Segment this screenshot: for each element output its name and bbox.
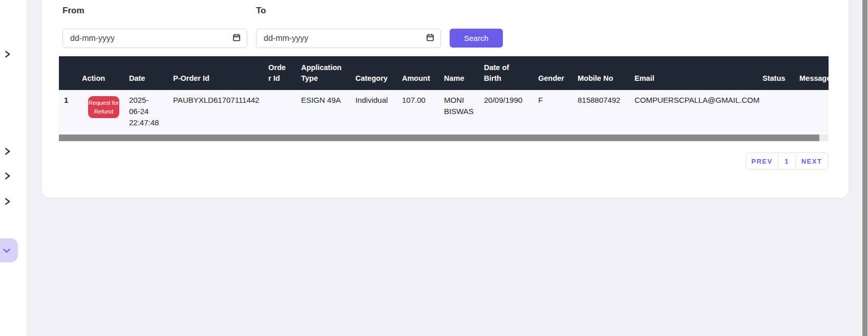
chevron-right-icon[interactable] [5, 172, 13, 181]
message-cell [794, 90, 829, 135]
sidebar [0, 0, 27, 336]
name-cell: MONI BISWAS [439, 90, 479, 135]
col-header-date: Date [124, 56, 155, 90]
scrollbar-thumb[interactable] [59, 135, 819, 141]
from-label: From [62, 6, 84, 16]
to-label: To [256, 6, 266, 16]
panel-toggle-button[interactable] [0, 238, 18, 262]
col-header-category: Category [350, 56, 397, 90]
to-date-placeholder: dd-mm-yyyy [264, 34, 426, 43]
chevron-down-icon [3, 246, 10, 255]
to-date-input[interactable]: dd-mm-yyyy [256, 29, 441, 48]
row-index: 1 [59, 90, 77, 135]
category-cell: Individual [350, 90, 397, 135]
col-header-p-order-id: P-Order Id [155, 56, 263, 90]
table-row: 1 Request for Refund 2025-06-24 22:47:48… [59, 90, 829, 135]
scrollbar-thumb[interactable] [862, 0, 867, 336]
p-order-id-cell: PAUBYXLD61707111442 [155, 90, 263, 135]
col-header-index [59, 56, 77, 90]
col-header-amount: Amount [397, 56, 439, 90]
col-header-email: Email [629, 56, 757, 90]
refund-table: Action Date P-Order Id Order Id Applicat… [59, 56, 829, 135]
calendar-icon[interactable] [232, 33, 241, 43]
col-header-name: Name [439, 56, 479, 90]
chevron-right-icon[interactable] [5, 148, 13, 156]
date-of-birth-cell: 20/09/1990 [479, 90, 533, 135]
search-button[interactable]: Search [450, 29, 503, 48]
col-header-action: Action [77, 56, 124, 90]
application-type-cell: ESIGN 49A [296, 90, 350, 135]
table-header-row: Action Date P-Order Id Order Id Applicat… [59, 56, 829, 90]
refund-table-container: Action Date P-Order Id Order Id Applicat… [59, 56, 829, 135]
col-header-status: Status [757, 56, 794, 90]
pagination-prev-button[interactable]: PREV [746, 152, 778, 170]
chevron-right-icon[interactable] [5, 51, 13, 59]
page-vertical-scrollbar[interactable] [862, 0, 868, 336]
pagination-page-1[interactable]: 1 [778, 152, 795, 170]
col-header-gender: Gender [533, 56, 573, 90]
from-date-placeholder: dd-mm-yyyy [70, 34, 232, 43]
email-cell: COMPUERSCPALLA@GMAIL.COM [629, 90, 757, 135]
request-for-refund-button[interactable]: Request for Refund [88, 96, 119, 118]
amount-cell: 107.00 [397, 90, 439, 135]
action-cell: Request for Refund [77, 90, 124, 135]
mobile-no-cell: 8158807492 [573, 90, 629, 135]
pagination: PREV 1 NEXT [746, 152, 828, 170]
date-cell: 2025-06-24 22:47:48 [124, 90, 155, 135]
col-header-date-of-birth: Date of Birth [479, 56, 533, 90]
order-id-cell [263, 90, 296, 135]
table-horizontal-scrollbar[interactable] [59, 135, 829, 141]
col-header-application-type: Application Type [296, 56, 350, 90]
gender-cell: F [533, 90, 573, 135]
col-header-message: Message [794, 56, 829, 90]
col-header-order-id: Order Id [263, 56, 296, 90]
from-date-input[interactable]: dd-mm-yyyy [62, 29, 247, 48]
pagination-next-button[interactable]: NEXT [795, 152, 828, 170]
calendar-icon[interactable] [426, 33, 434, 43]
status-cell [757, 90, 794, 135]
refund-report-screen: From To dd-mm-yyyy dd-mm-yyyy Search Act [0, 0, 868, 336]
chevron-right-icon[interactable] [5, 198, 13, 206]
col-header-mobile-no: Mobile No [573, 56, 629, 90]
